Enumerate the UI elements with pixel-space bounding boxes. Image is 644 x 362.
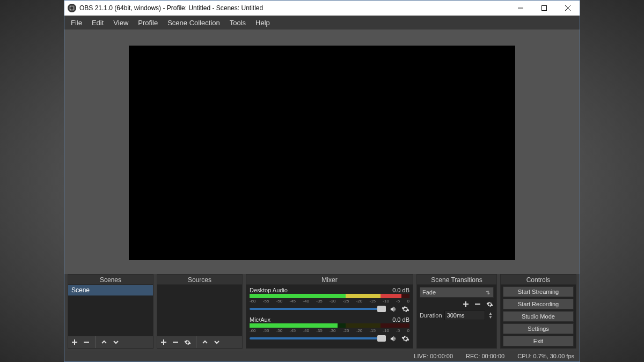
speaker-icon[interactable] [389, 334, 398, 343]
add-scene-button[interactable] [70, 338, 79, 346]
status-cpu: CPU: 0.7%, 30.00 fps [517, 353, 574, 359]
audio-meter: -60-55-50-45-40-35-30-25-20-15-10-50 [250, 294, 409, 304]
transitions-header: Scene Transitions [416, 274, 497, 285]
status-live: LIVE: 00:00:00 [414, 353, 453, 359]
menu-help[interactable]: Help [251, 17, 274, 28]
gear-icon[interactable] [401, 334, 409, 343]
mixer-track-level: 0.0 dB [392, 287, 409, 293]
scenes-toolbar [68, 336, 153, 348]
menu-edit[interactable]: Edit [87, 17, 108, 28]
menu-file[interactable]: File [67, 17, 86, 28]
remove-transition-button[interactable] [473, 300, 482, 308]
remove-source-button[interactable] [171, 338, 180, 346]
menu-scene-collection[interactable]: Scene Collection [163, 17, 224, 28]
volume-slider[interactable] [250, 337, 386, 339]
sources-toolbar [157, 336, 242, 348]
obs-app-icon [68, 4, 76, 12]
mixer-track-name: Mic/Aux [250, 316, 270, 323]
duration-input[interactable]: 300ms [444, 311, 485, 320]
mixer-panel: Mixer Desktop Audio 0.0 dB - [246, 274, 413, 349]
speaker-icon[interactable] [389, 305, 398, 313]
mixer-track-name: Desktop Audio [250, 287, 288, 293]
sources-list[interactable] [157, 285, 243, 349]
transition-select[interactable]: Fade ⇅ [420, 287, 494, 298]
statusbar: LIVE: 00:00:00 REC: 00:00:00 CPU: 0.7%, … [64, 351, 580, 361]
mixer-header: Mixer [246, 274, 413, 285]
scenes-panel: Scenes Scene [68, 274, 153, 349]
chevron-updown-icon: ⇅ [485, 290, 491, 295]
exit-button[interactable]: Exit [503, 336, 574, 346]
volume-slider[interactable] [250, 308, 386, 310]
start-recording-button[interactable]: Start Recording [503, 299, 574, 309]
transition-selected: Fade [422, 289, 436, 295]
transition-properties-button[interactable] [485, 300, 494, 308]
close-button[interactable] [556, 1, 580, 16]
status-rec: REC: 00:00:00 [466, 353, 504, 359]
source-properties-button[interactable] [183, 338, 192, 346]
move-scene-up-button[interactable] [100, 338, 108, 346]
add-source-button[interactable] [159, 338, 168, 346]
sources-panel: Sources [157, 274, 243, 349]
divider [196, 336, 196, 348]
audio-meter: -60-55-50-45-40-35-30-25-20-15-10-50 [250, 323, 409, 333]
svg-rect-2 [542, 6, 547, 11]
mixer-track-level: 0.0 dB [392, 316, 409, 323]
duration-stepper[interactable]: ▲▼ [487, 312, 494, 319]
gear-icon[interactable] [401, 305, 409, 313]
studio-mode-button[interactable]: Studio Mode [503, 311, 574, 322]
preview-area [64, 29, 580, 274]
titlebar: OBS 21.1.0 (64bit, windows) - Profile: U… [64, 1, 580, 16]
controls-body: Start Streaming Start Recording Studio M… [500, 285, 576, 349]
controls-header: Controls [500, 274, 576, 285]
mixer-track-mic: Mic/Aux 0.0 dB -60-55-50-45-40-35-30-25-… [250, 316, 409, 343]
duration-label: Duration [420, 312, 442, 319]
move-scene-down-button[interactable] [112, 338, 120, 346]
menubar: File Edit View Profile Scene Collection … [64, 16, 580, 29]
scene-item[interactable]: Scene [68, 285, 153, 295]
move-source-up-button[interactable] [201, 338, 209, 346]
mixer-track-desktop: Desktop Audio 0.0 dB -60-55-50-45-40-35-… [250, 287, 409, 313]
controls-panel: Controls Start Streaming Start Recording… [500, 274, 576, 349]
duration-value: 300ms [447, 312, 465, 319]
menu-tools[interactable]: Tools [225, 17, 250, 28]
menu-profile[interactable]: Profile [134, 17, 162, 28]
app-window: OBS 21.1.0 (64bit, windows) - Profile: U… [64, 0, 580, 362]
transitions-body: Fade ⇅ Duration 300ms ▲▼ [416, 285, 497, 349]
add-transition-button[interactable] [462, 300, 470, 308]
transitions-panel: Scene Transitions Fade ⇅ Duration 300ms … [416, 274, 497, 349]
preview-canvas[interactable] [129, 46, 515, 260]
menu-view[interactable]: View [109, 17, 133, 28]
minimize-button[interactable] [509, 1, 532, 16]
scenes-header: Scenes [68, 274, 153, 285]
bottom-panels: Scenes Scene Sources [64, 274, 580, 351]
window-title: OBS 21.1.0 (64bit, windows) - Profile: U… [79, 4, 263, 12]
scenes-list[interactable]: Scene [68, 285, 153, 349]
sources-header: Sources [157, 274, 243, 285]
divider [95, 336, 96, 348]
start-streaming-button[interactable]: Start Streaming [503, 286, 574, 297]
settings-button[interactable]: Settings [503, 323, 574, 334]
mixer-body: Desktop Audio 0.0 dB -60-55-50-45-40-35-… [246, 285, 413, 349]
maximize-button[interactable] [532, 1, 556, 16]
remove-scene-button[interactable] [82, 338, 91, 346]
move-source-down-button[interactable] [213, 338, 221, 346]
